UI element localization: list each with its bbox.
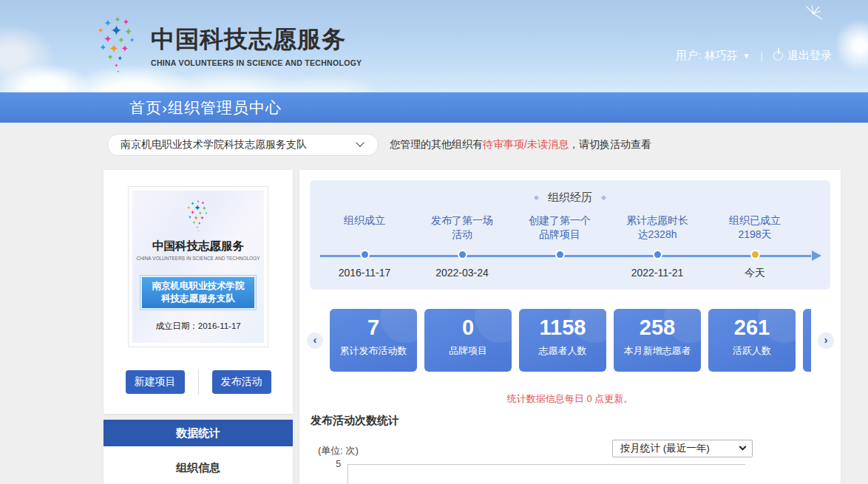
user-menu-button[interactable]: 用户: 林巧芬 ▼ [676,49,750,63]
diamond-icon: ◆ [601,194,606,201]
stat-card-partial [803,309,811,372]
notice-prefix: 您管理的其他组织有 [390,138,483,150]
logo-subtitle: CHINA VOLUNTEERS IN SCIENCE AND TECHNOLO… [151,58,362,67]
logout-button[interactable]: 退出登录 [773,49,832,63]
chart-section-title: 发布活动次数统计 [311,414,841,428]
milestone-label: 组织已成立2198天 [706,214,804,242]
milestone-date: 今天 [706,267,804,280]
caret-down-icon: ▼ [742,52,750,60]
org-poster: 中国科技志愿服务 CHINA VOLUNTEERS IN SCIENCE AND… [128,186,268,347]
timeline-track [310,249,830,262]
breadcrumb-bar: 首页›组织管理员中心 [0,92,868,123]
timeline-panel: ◆组织经历◆ 组织成立 发布了第一场活动 创建了第一个品牌项目 累计志愿时长达2… [310,180,830,290]
publish-activity-button[interactable]: 发布活动 [212,370,271,394]
org-name-line2: 科技志愿服务支队 [143,293,253,305]
milestone-label: 累计志愿时长达2328h [608,214,706,242]
logout-label: 退出登录 [787,49,832,63]
milestone-date: 2022-11-21 [608,267,706,280]
milestone-date [511,267,608,280]
action-buttons: 新建项目 发布活动 [104,369,293,395]
chart-unit-label: (单位: 次) [318,444,359,457]
stat-label: 品牌项目 [424,344,512,358]
timeline-title-text: 组织经历 [548,191,592,203]
update-notice: 统计数据信息每日 0 点更新。 [299,392,841,406]
org-name-banner: 南京机电职业技术学院 科技志愿服务支队 [142,277,254,308]
stat-card: 258 本月新增志愿者 [614,309,701,372]
stat-label: 活跃人数 [708,344,796,358]
main-panel: ◆组织经历◆ 组织成立 发布了第一场活动 创建了第一个品牌项目 累计志愿时长达2… [299,170,841,484]
chevron-right-icon: › [824,333,828,346]
stat-value: 258 [614,316,701,340]
org-name-line1: 南京机电职业技术学院 [143,280,253,293]
profile-card: 中国科技志愿服务 CHINA VOLUNTEERS IN SCIENCE AND… [104,170,293,414]
stat-cards: 7 累计发布活动数 0 品牌项目 1158 志愿者人数 258 本月新增志愿者 [330,309,811,372]
page: 中国科技志愿服务 CHINA VOLUNTEERS IN SCIENCE AND… [0,0,868,484]
stats-carousel: ‹ 7 累计发布活动数 0 品牌项目 1158 志愿者人数 [307,309,841,372]
milestone-date: 2016-11-17 [316,267,413,280]
stat-card: 0 品牌项目 [424,309,512,372]
chevron-down-icon [739,443,747,450]
org-select[interactable]: 南京机电职业技术学院科技志愿服务支队 [107,134,379,156]
carousel-prev-button[interactable]: ‹ [307,333,323,349]
stat-card: 1158 志愿者人数 [519,309,606,372]
site-logo: 中国科技志愿服务 CHINA VOLUNTEERS IN SCIENCE AND… [93,13,362,77]
milestone-label: 组织成立 [316,214,413,242]
diamond-icon: ◆ [534,194,539,201]
button-divider [198,369,199,395]
stat-value: 0 [424,316,512,340]
poster-subtitle: CHINA VOLUNTEERS IN SCIENCE AND TECHNOLO… [136,256,260,261]
stat-label: 本月新增志愿者 [614,344,701,358]
user-area: 用户: 林巧芬 ▼ | 退出登录 [676,49,832,63]
site-header: 中国科技志愿服务 CHINA VOLUNTEERS IN SCIENCE AND… [0,0,868,92]
timeline-labels: 组织成立 发布了第一场活动 创建了第一个品牌项目 累计志愿时长达2328h 组织… [310,214,830,242]
milestone-label: 发布了第一场活动 [413,214,511,242]
chart-plot-area: 5 [347,464,745,484]
user-label: 用户: 林巧芬 [676,49,737,63]
sidebar-item-org-info[interactable]: 组织信息 [104,454,293,481]
timeline-dates: 2016-11-17 2022-03-24 2022-11-21 今天 [310,267,830,280]
milestone-date: 2022-03-24 [413,267,511,280]
sidebar-nav: 数据统计 组织信息 [104,420,293,484]
timeline-dots [310,249,830,262]
milestone-label: 创建了第一个品牌项目 [511,214,608,242]
sidebar: 中国科技志愿服务 CHINA VOLUNTEERS IN SCIENCE AND… [104,170,293,484]
milestone-dot-today [750,250,760,259]
milestone-dot [458,250,467,259]
stat-value: 1158 [519,316,606,340]
org-select-value: 南京机电职业技术学院科技志愿服务支队 [121,138,307,151]
notice-suffix: ，请切换活动查看 [569,138,651,150]
poster-title: 中国科技志愿服务 [152,239,244,254]
chart-header: (单位: 次) 按月统计 (最近一年) [318,440,753,457]
org-notice: 您管理的其他组织有待审事项/未读消息，请切换活动查看 [390,138,651,151]
logo-icon [93,13,142,77]
milestone-dot [653,250,662,259]
y-axis-tick: 5 [336,458,341,469]
power-icon [773,51,783,61]
founded-date: 成立日期：2016-11-17 [155,321,240,332]
stat-value: 7 [330,316,417,340]
toolbar: 南京机电职业技术学院科技志愿服务支队 您管理的其他组织有待审事项/未读消息，请切… [107,134,868,156]
milestone-dot [555,250,565,259]
stat-card: 261 活跃人数 [708,309,796,372]
chevron-down-icon [356,139,364,147]
sidebar-item-data-stats[interactable]: 数据统计 [104,420,293,446]
dandelion-seed-icon [800,4,830,33]
stat-card: 7 累计发布活动数 [330,309,417,372]
poster-logo-icon [184,198,212,235]
new-project-button[interactable]: 新建项目 [126,370,185,394]
chart-range-select[interactable]: 按月统计 (最近一年) [612,440,753,457]
logo-title: 中国科技志愿服务 [151,24,362,56]
carousel-next-button[interactable]: › [818,333,834,349]
breadcrumb[interactable]: 首页›组织管理员中心 [129,99,282,116]
stat-label: 累计发布活动数 [330,344,417,358]
timeline-title: ◆组织经历◆ [310,180,830,205]
milestone-dot [360,250,370,259]
notice-highlight: 待审事项/未读消息 [483,138,569,150]
stat-label: 志愿者人数 [519,344,606,358]
chart-range-value: 按月统计 (最近一年) [620,442,710,455]
chevron-left-icon: ‹ [313,333,317,346]
stat-value: 261 [708,316,796,340]
header-divider: | [760,50,763,62]
